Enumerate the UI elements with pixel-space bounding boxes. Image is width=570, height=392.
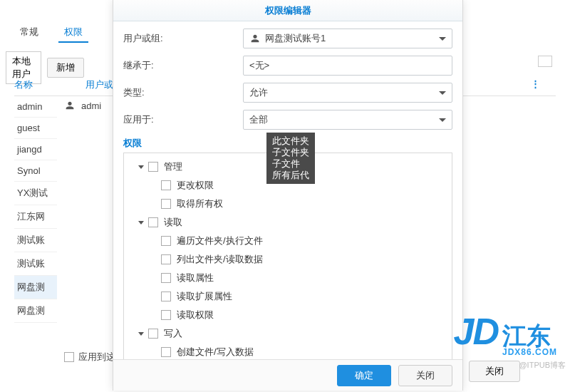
perm-group-label: 写入 — [164, 327, 182, 340]
inherit-label: 继承于: — [123, 59, 243, 72]
col-header-name: 名称 — [14, 78, 86, 91]
chevron-down-icon — [439, 37, 446, 41]
bg-user-name: admi — [81, 100, 101, 111]
apply-checkbox[interactable] — [64, 352, 74, 362]
chevron-down-icon — [138, 332, 144, 336]
perm-item[interactable]: 列出文件夹/读取数据 — [160, 250, 449, 269]
user-select[interactable]: 网盘测试账号1 — [243, 29, 452, 48]
list-item[interactable]: Synol — [14, 160, 57, 182]
watermark-logo: JD 江东 JDX86.COM — [453, 310, 557, 356]
tab-permissions[interactable]: 权限 — [58, 23, 88, 43]
user-list: admin guest jiangd Synol YX测试 江东网 测试账 测试… — [14, 96, 57, 323]
inherit-value: <无> — [249, 59, 269, 72]
list-item[interactable]: YX测试 — [14, 182, 57, 205]
perm-item[interactable]: 遍历文件夹/执行文件 — [160, 232, 449, 250]
bg-user-row: admi — [64, 100, 101, 111]
user-value: 网盘测试账号1 — [265, 32, 326, 45]
watermark-en: JDX86.COM — [502, 348, 557, 356]
apply-to-value: 全部 — [249, 113, 268, 126]
inherit-field[interactable]: <无> — [243, 56, 452, 76]
perm-checkbox[interactable] — [161, 180, 171, 190]
list-item[interactable]: 江东网 — [14, 205, 57, 229]
perm-checkbox[interactable] — [161, 236, 171, 246]
perm-checkbox[interactable] — [148, 217, 158, 227]
list-item[interactable]: 测试账 — [14, 252, 57, 276]
dialog-title: 权限编辑器 — [113, 0, 462, 21]
type-select[interactable]: 允许 — [243, 83, 452, 103]
list-item[interactable]: jiangd — [14, 139, 57, 160]
perm-checkbox[interactable] — [161, 347, 171, 357]
perm-checkbox[interactable] — [161, 199, 171, 209]
perm-checkbox[interactable] — [148, 162, 158, 172]
perm-item[interactable]: 创建文件/写入数据 — [160, 343, 449, 359]
close-button[interactable]: 关闭 — [398, 365, 452, 386]
perm-checkbox[interactable] — [161, 273, 171, 283]
apply-to-select[interactable]: 全部 — [243, 110, 452, 130]
apply-to-label: 应用于: — [123, 113, 243, 126]
perm-group-write[interactable]: 写入 — [134, 324, 449, 343]
list-item[interactable]: admin — [14, 96, 57, 118]
chevron-down-icon — [439, 91, 446, 95]
perm-group-read[interactable]: 读取 — [134, 213, 449, 232]
watermark-cn: 江东 — [502, 324, 557, 348]
chevron-down-icon — [138, 165, 144, 169]
list-item[interactable]: 网盘测 — [14, 276, 57, 299]
bg-close-button[interactable]: 关闭 — [469, 361, 520, 382]
type-label: 类型: — [123, 86, 243, 99]
list-item[interactable]: guest — [14, 118, 57, 139]
perm-checkbox[interactable] — [148, 329, 158, 339]
perm-checkbox[interactable] — [161, 254, 171, 264]
more-icon[interactable]: ⋮ — [531, 78, 542, 89]
apply-label: 应用到这 — [78, 351, 115, 363]
bg-dropdown-edge — [538, 56, 552, 67]
perm-group-label: 管理 — [164, 160, 182, 173]
apply-to-tooltip: 此文件夹 子文件夹 子文件 所有后代 — [266, 133, 315, 184]
perm-item[interactable]: 读取权限 — [160, 306, 449, 324]
user-icon — [64, 100, 76, 111]
permission-editor-dialog: 权限编辑器 用户或组: 网盘测试账号1 继承于: <无> 类型: 允许 — [113, 0, 463, 391]
user-icon — [249, 33, 261, 44]
ok-button[interactable]: 确定 — [337, 365, 391, 386]
perm-group-label: 读取 — [164, 216, 182, 229]
perm-item[interactable]: 读取属性 — [160, 269, 449, 287]
watermark-credit: @ITPUB博客 — [519, 360, 566, 371]
perm-checkbox[interactable] — [161, 292, 171, 301]
user-label: 用户或组: — [123, 32, 243, 45]
list-item[interactable]: 测试账 — [14, 229, 57, 252]
tab-general[interactable]: 常规 — [14, 23, 44, 43]
perm-item[interactable]: 取得所有权 — [160, 195, 449, 213]
type-value: 允许 — [249, 86, 268, 99]
chevron-down-icon — [138, 221, 144, 225]
add-button[interactable]: 新增 — [47, 58, 84, 78]
chevron-down-icon — [439, 118, 446, 122]
perm-item[interactable]: 读取扩展属性 — [160, 287, 449, 306]
perm-checkbox[interactable] — [161, 310, 171, 320]
list-item[interactable]: 网盘测 — [14, 299, 57, 323]
